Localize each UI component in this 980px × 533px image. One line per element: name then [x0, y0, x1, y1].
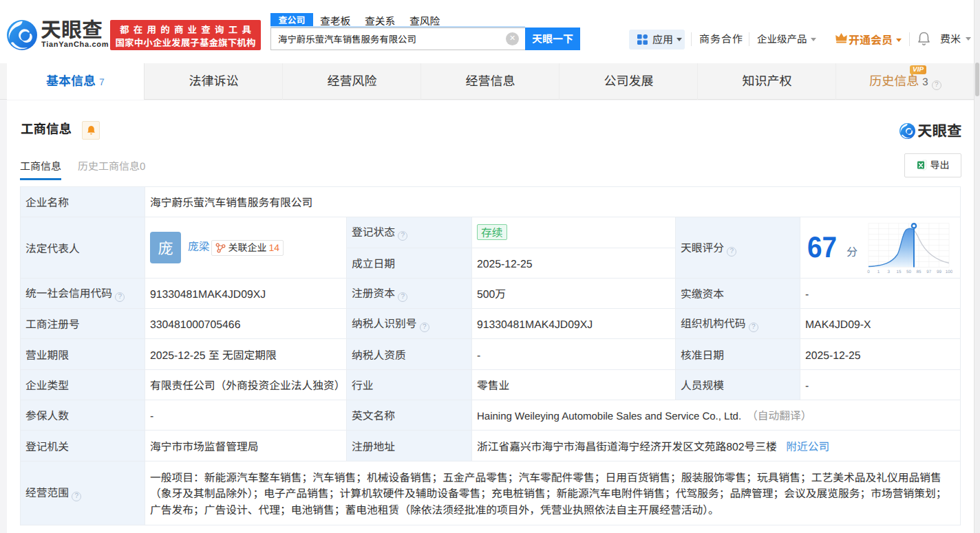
svg-text:85: 85: [917, 270, 922, 274]
svg-text:3: 3: [887, 270, 890, 274]
svg-text:50: 50: [906, 270, 912, 274]
svg-text:97: 97: [926, 270, 932, 274]
svg-text:100: 100: [946, 270, 952, 274]
svg-text:1: 1: [877, 270, 880, 274]
svg-text:99: 99: [937, 270, 942, 274]
svg-text:15: 15: [896, 270, 902, 274]
svg-text:0: 0: [867, 270, 870, 274]
